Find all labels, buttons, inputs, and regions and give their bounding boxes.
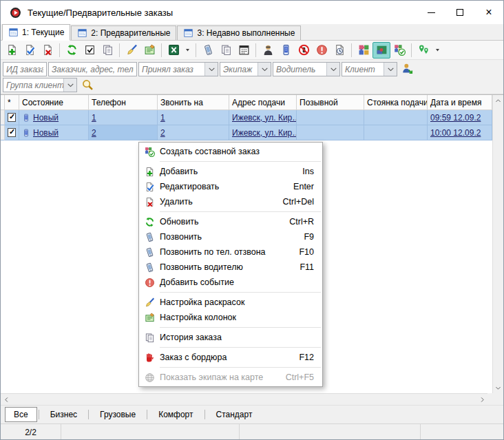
- stand-cell[interactable]: [364, 125, 428, 140]
- phone-cell[interactable]: 2: [89, 125, 158, 140]
- phone-link[interactable]: 1: [92, 113, 96, 123]
- scroll-right-button[interactable]: [476, 394, 487, 405]
- column-header-phone[interactable]: Телефон: [89, 95, 158, 110]
- table-row[interactable]: Новый 1 1 Ижевск, ул. Кир… 09:59 12.09.2: [1, 110, 492, 125]
- driver-dropdown[interactable]: [326, 63, 339, 76]
- client-dropdown[interactable]: [384, 63, 397, 76]
- toolbar-calendar-button[interactable]: [235, 42, 253, 59]
- toolbar-doc-delete-button[interactable]: [39, 42, 56, 59]
- call-to-link[interactable]: 2: [160, 128, 165, 138]
- took-order-combo[interactable]: Принял заказ: [138, 62, 218, 76]
- customer-field[interactable]: [48, 62, 137, 76]
- column-header-stand[interactable]: Стоянка подачи: [364, 95, 428, 110]
- menu-item-curb-order[interactable]: Заказ с бордюраF12: [139, 350, 322, 365]
- column-header-check[interactable]: *: [5, 95, 19, 110]
- toolbar-checkbox-button[interactable]: [81, 42, 98, 59]
- state-link[interactable]: Новый: [33, 113, 59, 123]
- column-header-callsign[interactable]: Позывной: [297, 95, 364, 110]
- toolbar-copy-button[interactable]: [217, 42, 235, 59]
- category-tab-standard[interactable]: Стандарт: [207, 408, 262, 421]
- took-order-dropdown[interactable]: [204, 63, 218, 76]
- datetime-link[interactable]: 09:59 12.09.2: [430, 113, 481, 123]
- callsign-cell[interactable]: [297, 125, 364, 140]
- toolbar-no-call-button[interactable]: [295, 42, 313, 59]
- scroll-down-button[interactable]: [493, 382, 503, 393]
- maximize-button[interactable]: [445, 1, 474, 24]
- address-link[interactable]: Ижевск, ул. Кир…: [232, 113, 297, 123]
- toolbar-person-button[interactable]: [259, 42, 277, 59]
- customer-input[interactable]: [49, 63, 136, 76]
- menu-item-edit[interactable]: РедактироватьEnter: [139, 179, 322, 194]
- category-tab-comfort[interactable]: Комфорт: [149, 408, 202, 421]
- phone-cell[interactable]: 1: [89, 110, 158, 125]
- menu-item-add-event[interactable]: Добавить событие: [139, 275, 322, 290]
- checked-checkbox[interactable]: [8, 128, 16, 137]
- toolbar-refresh-button[interactable]: [63, 42, 81, 59]
- driver-combo[interactable]: Водитель: [273, 62, 340, 76]
- toolbar-paint-button[interactable]: [123, 42, 140, 59]
- toolbar-warning-button[interactable]: [313, 42, 330, 59]
- toolbar-excel-button[interactable]: [165, 42, 182, 59]
- scroll-left-button[interactable]: [1, 394, 12, 405]
- toolbar-mobile-button[interactable]: [277, 42, 295, 59]
- toolbar-puzzle-check-button[interactable]: [390, 42, 408, 59]
- address-link[interactable]: Ижевск, ул. Кир…: [232, 128, 297, 138]
- table-row[interactable]: Новый 2 2 Ижевск, ул. Кир… 10:00 12.09.2: [1, 125, 492, 140]
- datetime-cell[interactable]: 09:59 12.09.2: [428, 110, 492, 125]
- close-button[interactable]: ×: [474, 1, 503, 24]
- menu-item-refresh[interactable]: ОбновитьCtrl+R: [139, 214, 322, 229]
- toolbar-puzzle-4-button[interactable]: [355, 42, 372, 59]
- column-header-state[interactable]: Состояние: [19, 95, 89, 110]
- toolbar-dropdown-button[interactable]: [432, 42, 443, 59]
- client-group-combo[interactable]: Группа клиента: [3, 78, 77, 92]
- toolbar-map-pins-button[interactable]: [414, 42, 432, 59]
- row-checkbox-cell[interactable]: [5, 110, 19, 125]
- checked-checkbox[interactable]: [8, 113, 16, 122]
- tab-preliminary[interactable]: 2: Предварительные: [71, 25, 176, 40]
- tab-recently-completed[interactable]: 3: Недавно выполненные: [177, 25, 301, 40]
- minimize-button[interactable]: [417, 1, 445, 24]
- menu-item-delete[interactable]: УдалитьCtrl+Del: [139, 194, 322, 209]
- phone-link[interactable]: 2: [92, 128, 96, 138]
- toolbar-puzzle-button[interactable]: [372, 42, 390, 59]
- menu-item-call-driver[interactable]: Позвонить водителюF11: [139, 260, 322, 275]
- tab-current[interactable]: 1: Текущие: [2, 24, 70, 41]
- category-tab-cargo[interactable]: Грузовые: [90, 408, 145, 421]
- order-id-field[interactable]: [3, 62, 47, 76]
- toolbar-dropdown-button[interactable]: [182, 42, 193, 59]
- horizontal-scrollbar[interactable]: [1, 393, 487, 405]
- client-group-dropdown[interactable]: [63, 78, 76, 92]
- menu-item-call[interactable]: ПозвонитьF9: [139, 229, 322, 244]
- crew-dropdown[interactable]: [258, 63, 271, 76]
- state-cell[interactable]: Новый: [19, 110, 89, 125]
- find-client-button[interactable]: [401, 63, 414, 76]
- column-header-address[interactable]: Адрес подачи: [229, 95, 297, 110]
- column-header-datetime[interactable]: Дата и время: [428, 95, 492, 110]
- datetime-link[interactable]: 10:00 12.09.2: [430, 128, 481, 138]
- call-to-cell[interactable]: 2: [158, 125, 229, 140]
- menu-item-column-settings[interactable]: Настройка колонок: [139, 310, 322, 325]
- scroll-up-button[interactable]: [493, 95, 503, 106]
- menu-item-color-settings[interactable]: Настройка раскрасок: [139, 295, 322, 310]
- category-tab-all[interactable]: Все: [5, 407, 37, 422]
- column-header-call-to[interactable]: Звонить на: [158, 95, 229, 110]
- menu-item-call-callback[interactable]: Позвонить по тел. отзвонаF10: [139, 244, 322, 260]
- toolbar-clock-doc-button[interactable]: [330, 42, 348, 59]
- order-id-input[interactable]: [3, 63, 46, 76]
- toolbar-doc-edit-button[interactable]: [21, 42, 39, 59]
- address-cell[interactable]: Ижевск, ул. Кир…: [229, 110, 297, 125]
- callsign-cell[interactable]: [297, 110, 364, 125]
- address-cell[interactable]: Ижевск, ул. Кир…: [229, 125, 297, 140]
- state-link[interactable]: Новый: [33, 128, 59, 138]
- menu-item-create-compound-order[interactable]: Создать составной заказ: [139, 144, 322, 159]
- vertical-scrollbar[interactable]: [492, 95, 503, 393]
- stand-cell[interactable]: [364, 110, 428, 125]
- category-tab-business[interactable]: Бизнес: [41, 408, 87, 421]
- state-cell[interactable]: Новый: [19, 125, 89, 140]
- menu-item-add[interactable]: ДобавитьIns: [139, 164, 322, 179]
- toolbar-copy-button[interactable]: [98, 42, 116, 59]
- call-to-cell[interactable]: 1: [158, 110, 229, 125]
- client-combo[interactable]: Клиент: [342, 62, 397, 76]
- call-to-link[interactable]: 1: [160, 113, 165, 123]
- toolbar-doc-add-button[interactable]: [3, 42, 21, 59]
